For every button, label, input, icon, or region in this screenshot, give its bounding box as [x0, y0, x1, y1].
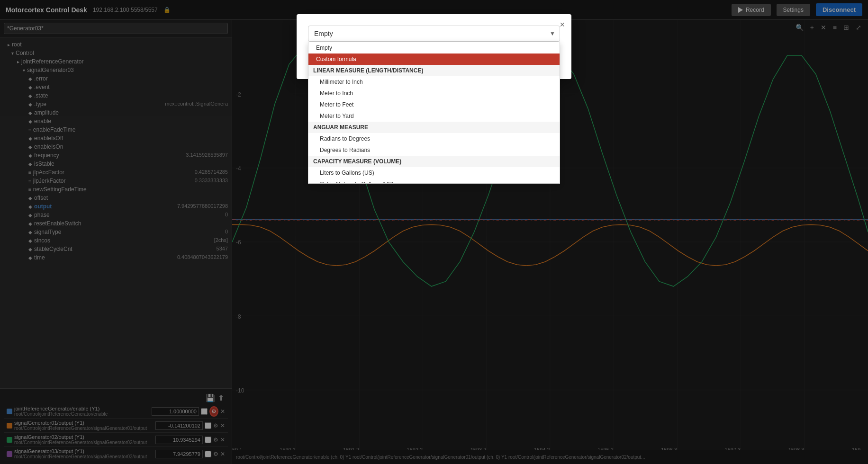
modal-overlay: × Empty ▼ EmptyCustom formulaLINEAR MEAS…: [0, 0, 868, 464]
dropdown-item[interactable]: Custom formula: [308, 54, 560, 65]
dropdown-item[interactable]: Cubic Meters to Gallons (US): [308, 178, 560, 184]
dropdown-item[interactable]: Radians to Degrees: [308, 133, 560, 144]
dropdown-item[interactable]: Degrees to Radians: [308, 144, 560, 156]
unit-conversion-modal: × Empty ▼ EmptyCustom formulaLINEAR MEAS…: [297, 14, 571, 79]
dropdown-item[interactable]: Meter to Inch: [308, 88, 560, 99]
dropdown-group-header: LINEAR MEASURE (LENGTH/DISTANCE): [308, 65, 560, 76]
dropdown-group-header: ANGUAR MEASURE: [308, 122, 560, 133]
conversion-dropdown-list: EmptyCustom formulaLINEAR MEASURE (LENGT…: [308, 42, 560, 184]
conversion-select[interactable]: Empty: [308, 26, 560, 42]
conversion-select-wrapper: Empty ▼ EmptyCustom formulaLINEAR MEASUR…: [308, 26, 560, 42]
dropdown-item[interactable]: Empty: [308, 42, 560, 54]
dropdown-item[interactable]: Meter to Yard: [308, 110, 560, 122]
dropdown-item[interactable]: Liters to Gallons (US): [308, 167, 560, 178]
dropdown-item[interactable]: Millimeter to Inch: [308, 76, 560, 88]
modal-close-button[interactable]: ×: [560, 20, 565, 30]
dropdown-group-header: CAPACITY MEASURE (VOLUME): [308, 156, 560, 167]
dropdown-item[interactable]: Meter to Feet: [308, 99, 560, 110]
